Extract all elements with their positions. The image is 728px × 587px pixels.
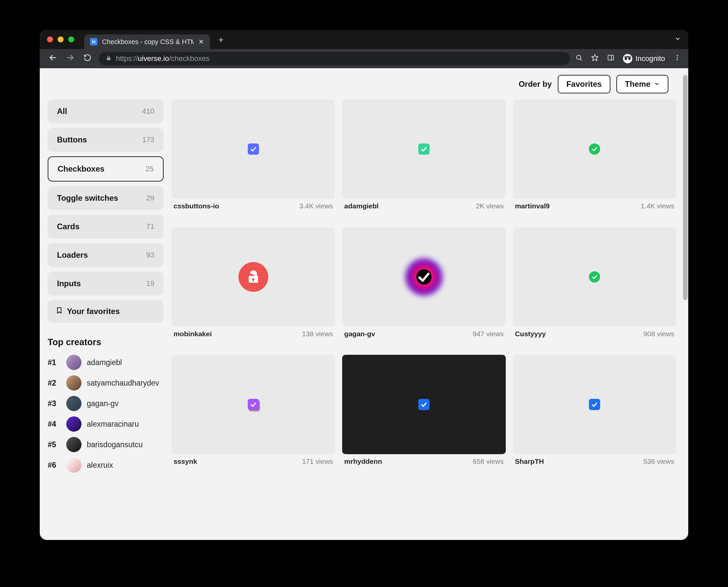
component-card[interactable]: Custyyyy 908 views [513,227,676,348]
component-card[interactable]: sssynk 171 views [171,355,335,475]
reload-button[interactable] [81,54,93,64]
sort-button[interactable]: Favorites [558,75,610,93]
back-button[interactable] [47,53,59,64]
incognito-label: Incognito [636,54,665,63]
sidebar-item-inputs[interactable]: Inputs19 [48,272,164,296]
forward-button[interactable] [64,53,76,64]
component-card[interactable]: gagan-gv 947 views [342,227,506,348]
component-preview[interactable] [513,355,676,454]
sidebar-item-toggle-switches[interactable]: Toggle switches29 [48,186,164,210]
minimize-window-button[interactable] [57,37,64,42]
component-author[interactable]: mobinkakei [173,330,212,338]
order-by-label: Order by [519,79,552,89]
component-author[interactable]: sssynk [173,457,197,465]
url: https://uiverse.io/checkboxes [116,54,210,63]
component-card[interactable]: cssbuttons-io 3.4K views [171,99,335,220]
creator-row[interactable]: #4alexmaracinaru [48,414,164,434]
component-views: 171 views [302,457,333,465]
creator-rank: #6 [48,461,61,470]
sidebar-item-label: Toggle switches [57,193,118,203]
component-meta: martinval9 1.4K views [513,199,676,210]
close-window-button[interactable] [47,37,53,42]
component-card[interactable]: mrhyddenn 658 views [342,355,506,475]
component-views: 658 views [473,457,503,465]
creator-row[interactable]: #3gagan-gv [48,393,164,414]
search-icon[interactable] [575,54,583,63]
component-author[interactable]: Custyyyy [515,330,546,338]
sidebar-item-label: Loaders [57,251,88,260]
creator-name: gagan-gv [87,399,119,408]
component-preview[interactable] [342,227,506,327]
component-author[interactable]: cssbuttons-io [173,202,219,210]
sidebar-item-loaders[interactable]: Loaders93 [48,243,164,267]
checkbox-icon [418,143,429,155]
sidebar-item-count: 93 [146,251,154,259]
component-author[interactable]: martinval9 [515,202,550,210]
browser-toolbar: https://uiverse.io/checkboxes Incognito [40,49,688,68]
component-preview[interactable] [342,355,506,454]
creator-row[interactable]: #2satyamchaudharydev [48,373,164,393]
scrollbar[interactable] [683,75,687,300]
avatar [66,355,81,370]
component-author[interactable]: gagan-gv [344,330,375,338]
sidebar-item-count: 25 [146,165,154,173]
sidebar-item-cards[interactable]: Cards71 [48,215,164,238]
svg-marker-4 [592,55,598,61]
component-author[interactable]: mrhyddenn [344,457,382,465]
creator-name: alexmaracinaru [87,420,139,429]
theme-button[interactable]: Theme [616,75,668,93]
sidebar-item-count: 173 [142,136,154,144]
component-preview[interactable] [513,227,676,327]
component-author[interactable]: adamgiebl [344,202,379,210]
component-author[interactable]: SharpTH [515,457,544,465]
maximize-window-button[interactable] [68,37,74,42]
sidebar: All410Buttons173Checkboxes25Toggle switc… [48,99,164,475]
creator-rank: #4 [48,420,61,429]
sidebar-item-count: 19 [146,279,154,288]
top-creators: Top creators #1adamgiebl#2satyamchaudhar… [48,337,164,475]
sidebar-item-all[interactable]: All410 [48,99,164,123]
address-bar[interactable]: https://uiverse.io/checkboxes [99,52,570,65]
component-meta: cssbuttons-io 3.4K views [171,199,335,210]
checkbox-icon [589,399,600,410]
bookmark-icon [56,307,63,316]
component-views: 536 views [643,457,674,465]
component-preview[interactable] [171,227,335,327]
component-preview[interactable] [171,355,335,454]
sidebar-favorites[interactable]: Your favorites [48,300,164,323]
tabs-dropdown-icon[interactable] [674,36,681,43]
browser-tab[interactable]: io Checkboxes - copy CSS & HTM ✕ [84,34,210,49]
component-card[interactable]: adamgiebl 2K views [342,99,506,220]
component-card[interactable]: martinval9 1.4K views [513,99,676,220]
component-meta: Custyyyy 908 views [513,327,676,338]
new-tab-button[interactable]: ＋ [210,34,232,45]
chevron-down-icon [654,79,660,89]
creator-rank: #2 [48,379,61,388]
creator-row[interactable]: #6alexruix [48,455,164,475]
sidebar-item-checkboxes[interactable]: Checkboxes25 [48,156,164,182]
svg-point-8 [677,57,678,58]
bookmark-star-icon[interactable] [591,54,598,63]
panel-icon[interactable] [607,54,614,63]
sidebar-item-buttons[interactable]: Buttons173 [48,128,164,152]
sidebar-item-label: Checkboxes [57,164,104,173]
creator-row[interactable]: #5barisdogansutcu [48,434,164,455]
creator-rank: #3 [48,399,61,408]
svg-point-2 [576,55,581,60]
lock-icon [238,262,268,292]
component-preview[interactable] [171,99,335,199]
component-views: 138 views [302,330,333,338]
kebab-menu-icon[interactable] [674,54,681,63]
toolbar-icons: Incognito [575,54,681,63]
component-card[interactable]: SharpTH 536 views [513,355,676,475]
creator-row[interactable]: #1adamgiebl [48,352,164,373]
tab-favicon: io [90,38,97,45]
component-preview[interactable] [342,99,506,199]
component-preview[interactable] [513,99,676,199]
tab-close-icon[interactable]: ✕ [198,38,204,46]
incognito-indicator[interactable]: Incognito [623,54,665,63]
lock-icon [106,55,111,62]
incognito-icon [623,54,632,63]
component-card[interactable]: mobinkakei 138 views [171,227,335,348]
checkbox-icon [418,399,429,410]
